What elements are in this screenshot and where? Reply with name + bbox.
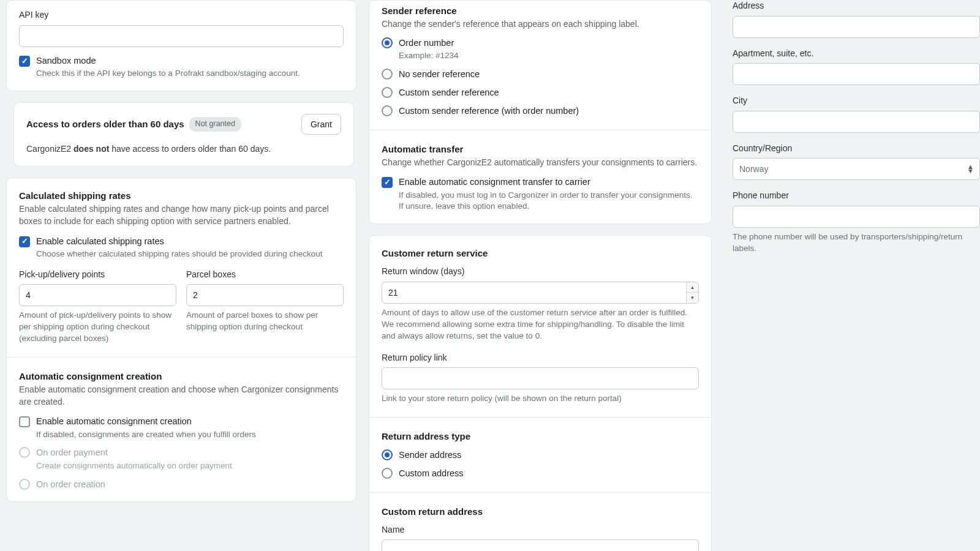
sender-ref-desc: Change the sender's reference that appea… xyxy=(382,18,699,31)
enable-calc-rates-label: Enable calculated shipping rates xyxy=(36,235,344,247)
return-addr-custom-radio[interactable] xyxy=(382,468,393,479)
return-addr-sender-radio[interactable] xyxy=(382,449,393,460)
enable-auto-transfer-label: Enable automatic consignment transfer to… xyxy=(399,176,699,188)
custom-return-name-label: Name xyxy=(382,524,699,536)
return-service-title: Customer return service xyxy=(382,247,699,260)
sender-ref-order-radio[interactable] xyxy=(382,37,393,48)
api-key-input[interactable] xyxy=(19,25,344,47)
access-badge: Not granted xyxy=(189,117,241,132)
pickup-points-help: Amount of pick-up/delivery points to sho… xyxy=(19,310,176,345)
chevron-up-icon[interactable]: ▲ xyxy=(687,282,698,293)
sandbox-label: Sandbox mode xyxy=(36,54,344,67)
city-input[interactable] xyxy=(733,111,980,133)
return-policy-help: Link to your store return policy (will b… xyxy=(382,393,699,405)
sender-ref-title: Sender reference xyxy=(382,4,699,17)
country-label: Country/Region xyxy=(733,143,980,155)
city-label: City xyxy=(733,95,980,107)
sender-ref-none-radio[interactable] xyxy=(382,69,393,80)
access-title-row: Access to orders older than 60 days Not … xyxy=(26,117,241,132)
chevron-down-icon[interactable]: ▼ xyxy=(687,293,698,303)
access-title: Access to orders older than 60 days xyxy=(26,118,184,130)
phone-input[interactable] xyxy=(733,206,980,228)
access-text: CargonizE2 does not have access to order… xyxy=(26,143,341,156)
phone-help: The phone number will be used by transpo… xyxy=(733,231,980,255)
return-window-help: Amount of days to allow use of the custo… xyxy=(382,307,699,342)
pickup-points-input[interactable] xyxy=(19,284,176,306)
sender-ref-custom-radio[interactable] xyxy=(382,87,393,98)
phone-label: Phone number xyxy=(733,190,980,202)
address-input[interactable] xyxy=(733,16,980,38)
sender-ref-custom-label: Custom sender reference xyxy=(399,86,699,99)
on-order-payment-radio xyxy=(19,447,30,458)
api-key-card: API key Sandbox mode Check this if the A… xyxy=(6,0,356,91)
enable-auto-consign-label: Enable automatic consignment creation xyxy=(36,415,344,427)
api-key-label: API key xyxy=(19,9,344,21)
on-order-creation-label: On order creation xyxy=(36,478,344,490)
right-address-block: Address Apartment, suite, etc. City Coun… xyxy=(733,0,980,264)
auto-transfer-desc: Change whether CargonizE2 automatically … xyxy=(382,157,699,169)
auto-consign-title: Automatic consignment creation xyxy=(19,370,344,383)
on-order-creation-radio xyxy=(19,479,30,490)
on-order-payment-label: On order payment xyxy=(36,446,344,459)
return-window-label: Return window (days) xyxy=(382,266,699,278)
sender-ref-custom-order-radio[interactable] xyxy=(382,105,393,116)
sender-ref-custom-order-label: Custom sender reference (with order numb… xyxy=(399,105,699,117)
sender-ref-order-label: Order number xyxy=(399,37,699,49)
grant-button[interactable]: Grant xyxy=(301,114,341,135)
address-label: Address xyxy=(733,0,980,12)
parcel-boxes-help: Amount of parcel boxes to show per shipp… xyxy=(186,310,344,333)
custom-return-name-input[interactable] xyxy=(382,539,699,551)
sender-ref-none-label: No sender reference xyxy=(399,68,699,80)
on-order-payment-help: Create consignments automatically on ord… xyxy=(36,460,344,472)
parcel-boxes-label: Parcel boxes xyxy=(186,269,344,281)
sandbox-checkbox[interactable] xyxy=(19,56,30,67)
custom-return-addr-title: Custom return address xyxy=(382,505,699,518)
apartment-label: Apartment, suite, etc. xyxy=(733,48,980,60)
enable-calc-rates-checkbox[interactable] xyxy=(19,236,30,247)
calc-rates-title: Calculated shipping rates xyxy=(19,189,344,202)
sender-ref-order-help: Example: #1234 xyxy=(399,50,699,62)
calc-rates-desc: Enable calculated shipping rates and cha… xyxy=(19,203,344,227)
sandbox-help: Check this if the API key belongs to a P… xyxy=(36,68,344,80)
return-window-input[interactable] xyxy=(382,282,699,304)
apartment-input[interactable] xyxy=(733,63,980,85)
rates-card: Calculated shipping rates Enable calcula… xyxy=(6,178,356,502)
country-select[interactable] xyxy=(733,158,980,180)
pickup-points-label: Pick-up/delivery points xyxy=(19,269,176,281)
access-card: Access to orders older than 60 days Not … xyxy=(13,102,354,167)
enable-calc-rates-help: Choose whether calculated shipping rates… xyxy=(36,249,344,260)
sender-ref-card: Sender reference Change the sender's ref… xyxy=(369,0,712,224)
auto-transfer-title: Automatic transfer xyxy=(382,143,699,156)
enable-auto-consign-help: If disabled, consignments are created wh… xyxy=(36,429,344,441)
return-policy-label: Return policy link xyxy=(382,352,699,364)
enable-auto-consign-checkbox[interactable] xyxy=(19,416,30,427)
parcel-boxes-input[interactable] xyxy=(186,284,344,306)
enable-auto-transfer-checkbox[interactable] xyxy=(382,177,393,188)
return-window-stepper[interactable]: ▲ ▼ xyxy=(686,282,698,303)
return-addr-sender-label: Sender address xyxy=(399,449,699,461)
return-service-card: Customer return service Return window (d… xyxy=(369,235,712,551)
auto-consign-desc: Enable automatic consignment creation an… xyxy=(19,384,344,408)
enable-auto-transfer-help: If disabled, you must log in to Cargoniz… xyxy=(399,190,699,213)
return-addr-custom-label: Custom address xyxy=(399,467,699,479)
return-addr-type-title: Return address type xyxy=(382,430,699,443)
return-policy-input[interactable] xyxy=(382,367,699,389)
